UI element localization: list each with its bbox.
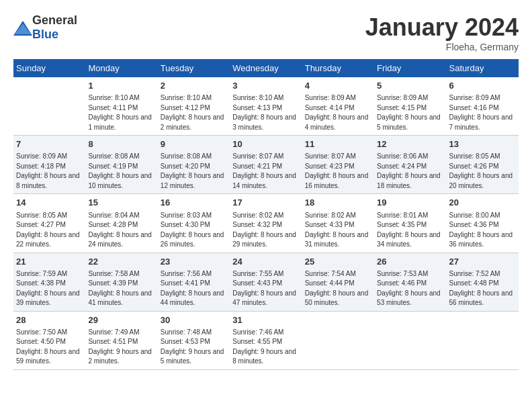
day-info: Sunrise: 7:52 AMSunset: 4:48 PMDaylight:… xyxy=(449,269,516,308)
day-number: 24 xyxy=(232,256,299,268)
day-number: 27 xyxy=(449,256,516,268)
weekday-header-friday: Friday xyxy=(374,59,446,77)
calendar-cell xyxy=(374,311,446,369)
calendar-cell: 24Sunrise: 7:55 AMSunset: 4:43 PMDayligh… xyxy=(230,253,302,311)
calendar-cell: 6Sunrise: 8:09 AMSunset: 4:16 PMDaylight… xyxy=(447,77,519,136)
day-info: Sunrise: 7:50 AMSunset: 4:50 PMDaylight:… xyxy=(16,328,83,367)
day-number: 21 xyxy=(16,256,83,268)
day-number: 19 xyxy=(377,197,443,209)
day-number: 16 xyxy=(161,197,227,209)
day-number: 26 xyxy=(377,256,443,268)
day-number: 28 xyxy=(16,314,83,326)
calendar-cell: 5Sunrise: 8:09 AMSunset: 4:15 PMDaylight… xyxy=(374,77,446,136)
day-info: Sunrise: 8:10 AMSunset: 4:11 PMDaylight:… xyxy=(88,93,154,132)
week-row-1: 1Sunrise: 8:10 AMSunset: 4:11 PMDaylight… xyxy=(13,77,519,136)
day-info: Sunrise: 8:03 AMSunset: 4:30 PMDaylight:… xyxy=(161,211,227,250)
calendar-cell: 10Sunrise: 8:07 AMSunset: 4:21 PMDayligh… xyxy=(230,136,302,194)
weekday-header-sunday: Sunday xyxy=(13,59,85,77)
day-number: 14 xyxy=(16,197,83,209)
calendar-cell: 12Sunrise: 8:06 AMSunset: 4:24 PMDayligh… xyxy=(374,136,446,194)
weekday-header-monday: Monday xyxy=(85,59,157,77)
calendar-cell: 27Sunrise: 7:52 AMSunset: 4:48 PMDayligh… xyxy=(447,253,519,311)
day-number: 7 xyxy=(16,138,83,150)
day-number: 23 xyxy=(161,256,227,268)
logo-general: General xyxy=(32,13,77,27)
day-number: 20 xyxy=(449,197,516,209)
day-number: 25 xyxy=(305,256,371,268)
day-number: 10 xyxy=(232,138,299,150)
day-info: Sunrise: 8:09 AMSunset: 4:15 PMDaylight:… xyxy=(377,93,443,132)
week-row-5: 28Sunrise: 7:50 AMSunset: 4:50 PMDayligh… xyxy=(13,311,519,369)
day-info: Sunrise: 8:08 AMSunset: 4:20 PMDaylight:… xyxy=(161,152,227,191)
weekday-header-tuesday: Tuesday xyxy=(158,59,230,77)
calendar-cell: 18Sunrise: 8:02 AMSunset: 4:33 PMDayligh… xyxy=(302,194,374,253)
day-info: Sunrise: 7:58 AMSunset: 4:39 PMDaylight:… xyxy=(88,269,154,308)
svg-marker-1 xyxy=(15,24,31,34)
calendar-cell: 3Sunrise: 8:10 AMSunset: 4:13 PMDaylight… xyxy=(230,77,302,136)
calendar-cell: 8Sunrise: 8:08 AMSunset: 4:19 PMDaylight… xyxy=(85,136,157,194)
calendar-cell: 11Sunrise: 8:07 AMSunset: 4:23 PMDayligh… xyxy=(302,136,374,194)
day-number: 4 xyxy=(305,80,371,92)
calendar-cell xyxy=(447,311,519,369)
day-info: Sunrise: 8:05 AMSunset: 4:27 PMDaylight:… xyxy=(16,211,83,250)
day-info: Sunrise: 8:09 AMSunset: 4:18 PMDaylight:… xyxy=(16,152,83,191)
day-info: Sunrise: 8:10 AMSunset: 4:13 PMDaylight:… xyxy=(232,93,299,132)
calendar-cell: 17Sunrise: 8:02 AMSunset: 4:32 PMDayligh… xyxy=(230,194,302,253)
calendar-cell: 22Sunrise: 7:58 AMSunset: 4:39 PMDayligh… xyxy=(85,253,157,311)
day-info: Sunrise: 7:59 AMSunset: 4:38 PMDaylight:… xyxy=(16,269,83,308)
calendar-table: SundayMondayTuesdayWednesdayThursdayFrid… xyxy=(13,59,519,370)
calendar-cell: 1Sunrise: 8:10 AMSunset: 4:11 PMDaylight… xyxy=(85,77,157,136)
logo-text: General Blue xyxy=(32,13,77,42)
calendar-cell: 13Sunrise: 8:05 AMSunset: 4:26 PMDayligh… xyxy=(447,136,519,194)
calendar-cell: 21Sunrise: 7:59 AMSunset: 4:38 PMDayligh… xyxy=(13,253,85,311)
calendar-cell: 29Sunrise: 7:49 AMSunset: 4:51 PMDayligh… xyxy=(85,311,157,369)
day-info: Sunrise: 8:04 AMSunset: 4:28 PMDaylight:… xyxy=(88,211,154,250)
day-number: 12 xyxy=(377,138,443,150)
day-number: 9 xyxy=(161,138,227,150)
calendar-cell: 31Sunrise: 7:46 AMSunset: 4:55 PMDayligh… xyxy=(230,311,302,369)
day-info: Sunrise: 8:10 AMSunset: 4:12 PMDaylight:… xyxy=(161,93,227,132)
calendar-cell xyxy=(13,77,85,136)
calendar-cell: 16Sunrise: 8:03 AMSunset: 4:30 PMDayligh… xyxy=(158,194,230,253)
day-number: 13 xyxy=(449,138,516,150)
day-number: 2 xyxy=(161,80,227,92)
day-number: 6 xyxy=(449,80,516,92)
calendar-cell: 30Sunrise: 7:48 AMSunset: 4:53 PMDayligh… xyxy=(158,311,230,369)
day-info: Sunrise: 8:07 AMSunset: 4:23 PMDaylight:… xyxy=(305,152,371,191)
day-info: Sunrise: 7:56 AMSunset: 4:41 PMDaylight:… xyxy=(161,269,227,308)
calendar-cell: 23Sunrise: 7:56 AMSunset: 4:41 PMDayligh… xyxy=(158,253,230,311)
day-info: Sunrise: 8:07 AMSunset: 4:21 PMDaylight:… xyxy=(232,152,299,191)
day-number: 3 xyxy=(232,80,299,92)
weekday-header-row: SundayMondayTuesdayWednesdayThursdayFrid… xyxy=(13,59,519,77)
day-number: 11 xyxy=(305,138,371,150)
logo: General Blue xyxy=(13,13,77,42)
weekday-header-wednesday: Wednesday xyxy=(230,59,302,77)
day-number: 29 xyxy=(88,314,154,326)
calendar-cell: 15Sunrise: 8:04 AMSunset: 4:28 PMDayligh… xyxy=(85,194,157,253)
day-number: 17 xyxy=(232,197,299,209)
calendar-cell xyxy=(302,311,374,369)
day-info: Sunrise: 8:06 AMSunset: 4:24 PMDaylight:… xyxy=(377,152,443,191)
day-info: Sunrise: 7:48 AMSunset: 4:53 PMDaylight:… xyxy=(161,328,227,367)
calendar-cell: 19Sunrise: 8:01 AMSunset: 4:35 PMDayligh… xyxy=(374,194,446,253)
calendar-cell: 14Sunrise: 8:05 AMSunset: 4:27 PMDayligh… xyxy=(13,194,85,253)
day-number: 18 xyxy=(305,197,371,209)
calendar-cell: 28Sunrise: 7:50 AMSunset: 4:50 PMDayligh… xyxy=(13,311,85,369)
week-row-3: 14Sunrise: 8:05 AMSunset: 4:27 PMDayligh… xyxy=(13,194,519,253)
week-row-2: 7Sunrise: 8:09 AMSunset: 4:18 PMDaylight… xyxy=(13,136,519,194)
month-title: January 2024 xyxy=(365,13,519,42)
day-info: Sunrise: 8:02 AMSunset: 4:33 PMDaylight:… xyxy=(305,211,371,250)
day-number: 8 xyxy=(88,138,154,150)
day-number: 31 xyxy=(232,314,299,326)
calendar-cell: 25Sunrise: 7:54 AMSunset: 4:44 PMDayligh… xyxy=(302,253,374,311)
location: Floeha, Germany xyxy=(365,42,519,52)
day-number: 5 xyxy=(377,80,443,92)
calendar-cell: 7Sunrise: 8:09 AMSunset: 4:18 PMDaylight… xyxy=(13,136,85,194)
calendar-cell: 2Sunrise: 8:10 AMSunset: 4:12 PMDaylight… xyxy=(158,77,230,136)
weekday-header-saturday: Saturday xyxy=(447,59,519,77)
day-info: Sunrise: 8:08 AMSunset: 4:19 PMDaylight:… xyxy=(88,152,154,191)
day-number: 22 xyxy=(88,256,154,268)
day-number: 1 xyxy=(88,80,154,92)
day-info: Sunrise: 7:49 AMSunset: 4:51 PMDaylight:… xyxy=(88,328,154,367)
day-info: Sunrise: 7:55 AMSunset: 4:43 PMDaylight:… xyxy=(232,269,299,308)
